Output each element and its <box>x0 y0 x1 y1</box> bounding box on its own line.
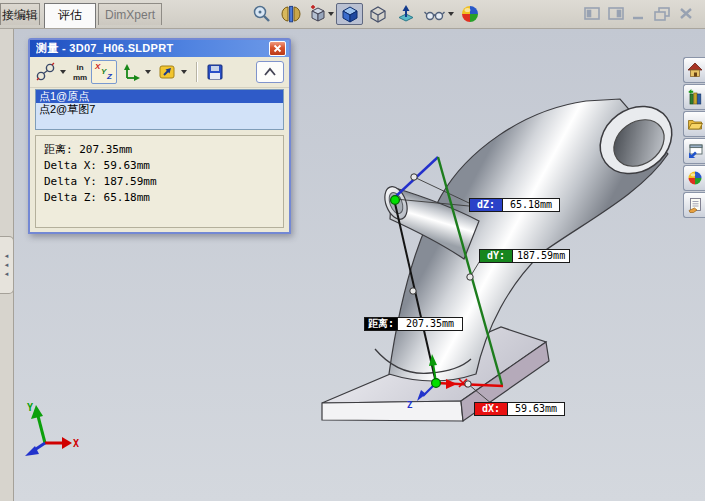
callout-dx-label: dX: <box>474 402 508 416</box>
hide-show-dropdown[interactable] <box>448 12 454 16</box>
appearances-sphere-icon <box>687 170 703 186</box>
task-pane-design-library-button[interactable] <box>683 84 705 110</box>
callout-dy-label: dY: <box>479 249 513 263</box>
xyz-toggle-button[interactable]: X Y Z <box>91 60 117 84</box>
collapse-results-button[interactable] <box>256 61 284 83</box>
folder-icon <box>687 116 703 132</box>
list-item-point1[interactable]: 点1@原点 <box>36 90 283 103</box>
task-pane-appearances-button[interactable] <box>683 165 705 191</box>
toolbar-separator <box>196 62 198 82</box>
callout-dx[interactable]: dX: 59.63mm <box>474 402 565 416</box>
arc-measure-dropdown[interactable] <box>60 70 66 74</box>
units-icon: in mm <box>71 61 89 83</box>
realview-button[interactable] <box>458 3 482 25</box>
selection-list[interactable]: 点1@原点 点2@草图7 <box>35 89 284 130</box>
callout-distance[interactable]: 距离: 207.35mm <box>364 317 463 331</box>
section-view-icon <box>281 4 301 24</box>
home-icon <box>687 62 703 78</box>
collapse-arrow-icon: ◄ <box>4 262 10 268</box>
save-button[interactable] <box>203 60 227 84</box>
task-pane-view-palette-button[interactable] <box>683 138 705 164</box>
wireframe-cube-icon <box>368 4 388 24</box>
projected-on-dropdown[interactable] <box>145 70 151 74</box>
design-library-icon <box>687 89 703 105</box>
callout-dy-value: 187.59mm <box>513 249 570 263</box>
task-pane-custom-properties-button[interactable] <box>683 192 705 218</box>
dock-left-window-button[interactable] <box>583 6 601 21</box>
left-panel-strip: ◄ ◄ ◄ <box>0 28 14 501</box>
marker-dz-vertex <box>411 174 417 180</box>
callout-dz[interactable]: dZ: 65.18mm <box>469 198 560 212</box>
chevron-up-icon <box>262 66 278 78</box>
marker-dx-mid <box>465 381 471 387</box>
dock-right-window-button[interactable] <box>607 6 625 21</box>
arc-measure-icon <box>35 62 57 82</box>
tab-direct-editing[interactable]: 接编辑 <box>0 3 40 25</box>
point2-marker <box>391 196 400 205</box>
normal-to-icon <box>396 4 416 24</box>
marker-dy-mid <box>467 274 473 280</box>
tab-dimxpert[interactable]: DimXpert <box>98 3 162 25</box>
list-item-point2[interactable]: 点2@草图7 <box>36 103 283 116</box>
minimize-icon <box>631 7 647 20</box>
marker-distance-mid <box>410 288 416 294</box>
history-dropdown[interactable] <box>181 70 187 74</box>
panel-collapse-tab[interactable]: ◄ ◄ ◄ <box>0 236 14 294</box>
command-bar: 接编辑 评估 DimXpert <box>0 0 705 29</box>
arc-measure-button[interactable] <box>34 60 58 84</box>
callout-distance-value: 207.35mm <box>398 317 463 331</box>
callout-dx-value: 59.63mm <box>508 402 565 416</box>
origin-point-marker <box>432 379 441 388</box>
realview-sphere-icon <box>460 4 480 24</box>
task-pane-file-explorer-button[interactable] <box>683 111 705 137</box>
zoom-to-fit-icon <box>252 4 272 24</box>
result-delta-y: Delta Y: 187.59mm <box>44 174 283 190</box>
view-palette-icon <box>687 143 703 159</box>
dock-left-icon <box>584 7 600 20</box>
view-orientation-button[interactable] <box>306 3 330 25</box>
minimize-button[interactable] <box>630 6 648 21</box>
measurement-results: 距离: 207.35mm Delta X: 59.63mm Delta Y: 1… <box>35 135 284 228</box>
tab-evaluate[interactable]: 评估 <box>44 3 96 28</box>
callout-dy[interactable]: dY: 187.59mm <box>479 249 570 263</box>
eyeglasses-icon <box>423 4 445 24</box>
projected-axes-icon <box>122 62 142 82</box>
units-button[interactable]: in mm <box>70 60 90 84</box>
close-window-button[interactable] <box>677 6 695 21</box>
wireframe-button[interactable] <box>366 3 390 25</box>
hide-show-items-button[interactable] <box>422 3 446 25</box>
custom-properties-icon <box>687 197 703 213</box>
svg-text:in: in <box>76 63 83 72</box>
save-floppy-icon <box>205 62 225 82</box>
collapse-arrow-icon: ◄ <box>4 271 10 277</box>
normal-to-button[interactable] <box>394 3 418 25</box>
measure-history-button[interactable] <box>155 60 179 84</box>
measure-toolbar: in mm X Y Z <box>30 57 289 88</box>
result-delta-z: Delta Z: 65.18mm <box>44 190 283 206</box>
collapse-arrow-icon: ◄ <box>4 253 10 259</box>
view-orientation-dropdown[interactable] <box>328 12 334 16</box>
callout-distance-label: 距离: <box>364 317 398 331</box>
dialog-titlebar[interactable]: 测量 - 3D07_H06.SLDPRT <box>30 40 289 57</box>
triad-y-label: Y <box>27 402 33 413</box>
restore-button[interactable] <box>653 6 671 21</box>
result-delta-x: Delta X: 59.63mm <box>44 158 283 174</box>
close-x-icon <box>273 44 282 53</box>
origin-z-label: Z <box>407 400 413 410</box>
plate-front-face[interactable] <box>322 401 463 421</box>
measure-dialog: 测量 - 3D07_H06.SLDPRT in mm <box>28 38 291 234</box>
callout-dz-value: 65.18mm <box>503 198 560 212</box>
dialog-close-button[interactable] <box>269 41 286 56</box>
section-view-button[interactable] <box>279 3 303 25</box>
close-icon <box>678 7 694 20</box>
dialog-title: 测量 - 3D07_H06.SLDPRT <box>36 41 269 56</box>
dock-right-icon <box>608 7 624 20</box>
projected-on-button[interactable] <box>121 60 143 84</box>
triad-x-label: X <box>73 438 79 449</box>
view-triad: Y X <box>25 402 79 456</box>
zoom-to-fit-button[interactable] <box>250 3 274 25</box>
history-icon <box>157 62 177 82</box>
task-pane-resources-button[interactable] <box>683 57 705 83</box>
shaded-with-edges-button[interactable] <box>336 3 363 25</box>
svg-text:mm: mm <box>73 73 87 82</box>
